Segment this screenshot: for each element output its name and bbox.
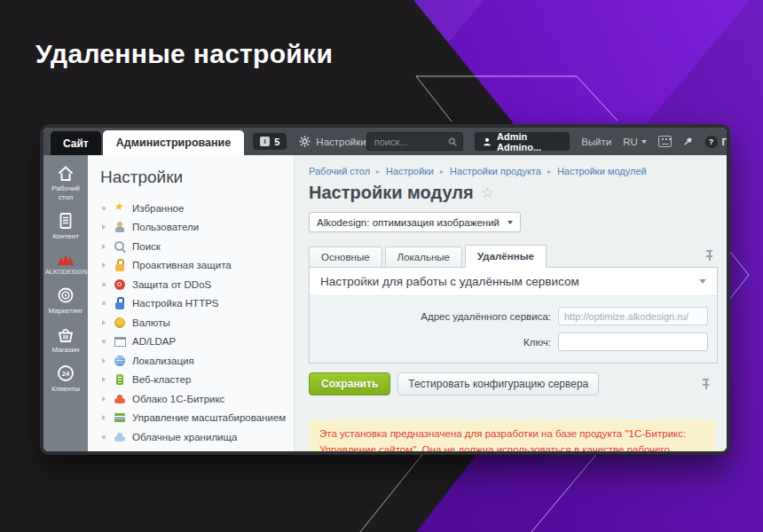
window-body: Рабочий стол Контент ALKODESIGN bbox=[43, 155, 727, 451]
bullet-icon bbox=[100, 340, 107, 343]
expand-arrow-icon[interactable] bbox=[100, 244, 107, 249]
notifications-button[interactable]: i 5 bbox=[253, 133, 287, 150]
key-label: Ключ: bbox=[319, 337, 558, 348]
panel-title: Настройки для работы с удалённым сервисо… bbox=[320, 275, 579, 288]
menu-item-users[interactable]: Пользователи bbox=[100, 218, 288, 238]
rail-item-content[interactable]: Контент bbox=[43, 212, 88, 241]
menu-item-https[interactable]: Настройка HTTPS bbox=[100, 294, 288, 314]
expand-arrow-icon[interactable] bbox=[100, 262, 107, 268]
tab-site[interactable]: Сайт bbox=[51, 131, 101, 155]
menu-item-bitrix-cloud[interactable]: Облако 1С-Битрикс bbox=[100, 389, 288, 409]
info-badge-icon: i bbox=[260, 137, 270, 146]
tab-label: Основные bbox=[321, 252, 370, 262]
language-select[interactable]: RU bbox=[623, 137, 647, 147]
module-settings-title: Настройки модуля ☆ bbox=[309, 183, 718, 203]
menu-item-proactive-protection[interactable]: Проактивная защита bbox=[100, 256, 288, 276]
remote-service-panel: Настройки для работы с удалённым сервисо… bbox=[309, 267, 718, 364]
menu-item-label: Локализация bbox=[132, 356, 194, 366]
pin-icon[interactable] bbox=[701, 378, 711, 390]
header-settings-button[interactable]: Настройки bbox=[299, 128, 366, 155]
rail-item-label: Контент bbox=[52, 232, 79, 241]
menu-item-label: Пользователи bbox=[132, 222, 199, 232]
language-label: RU bbox=[623, 137, 638, 147]
pin-icon[interactable] bbox=[683, 136, 693, 147]
search-icon[interactable] bbox=[448, 137, 457, 147]
star-icon bbox=[114, 202, 126, 215]
menu-item-label: Защита от DDoS bbox=[132, 279, 211, 290]
tab-administration[interactable]: Администрирование bbox=[103, 130, 244, 155]
module-settings-title-text: Настройки модуля bbox=[309, 183, 474, 203]
cloud-storage-icon bbox=[114, 431, 126, 443]
bullet-icon bbox=[100, 283, 107, 286]
tab-remote[interactable]: Удалённые bbox=[465, 245, 547, 268]
expand-arrow-icon[interactable] bbox=[100, 320, 107, 325]
left-icon-rail: Рабочий стол Контент ALKODESIGN bbox=[43, 155, 88, 451]
menu-item-search[interactable]: Поиск bbox=[100, 237, 288, 256]
web-cluster-icon bbox=[114, 373, 126, 386]
collapse-arrow-icon[interactable] bbox=[699, 279, 706, 284]
expand-arrow-icon[interactable] bbox=[100, 358, 107, 364]
header-settings-label: Настройки bbox=[316, 137, 366, 147]
tab-label: Удалённые bbox=[477, 251, 534, 262]
rail-item-marketing[interactable]: Маркетинг bbox=[43, 286, 88, 316]
keyboard-icon[interactable] bbox=[658, 136, 673, 147]
clients-24-icon: 24 bbox=[57, 364, 75, 382]
settings-menu-title: Настройки bbox=[100, 168, 288, 187]
expand-arrow-icon[interactable] bbox=[100, 224, 107, 230]
search-input[interactable] bbox=[373, 136, 448, 148]
rail-item-shop[interactable]: Магазин bbox=[43, 326, 88, 355]
help-label: Помощь bbox=[722, 137, 731, 147]
panel-form: Адрес удалённого сервиса: Ключ: bbox=[310, 295, 717, 363]
menu-item-scaling[interactable]: Управление масштабированием bbox=[100, 409, 288, 428]
menu-item-favorites[interactable]: Избранное bbox=[100, 199, 288, 218]
breadcrumb-separator-icon: ▸ bbox=[376, 168, 380, 176]
main-content: Рабочий стол ▸ Настройки ▸ Настройки про… bbox=[295, 155, 727, 451]
form-row: Адрес удалённого сервиса: bbox=[319, 307, 708, 325]
menu-item-cloud-storage[interactable]: Облачные хранилища bbox=[100, 427, 288, 447]
rail-item-label: Рабочий стол bbox=[45, 184, 86, 201]
pin-icon[interactable] bbox=[704, 249, 714, 262]
breadcrumb-link[interactable]: Настройки продукта bbox=[450, 166, 541, 176]
menu-item-currencies[interactable]: Валюты bbox=[100, 313, 288, 332]
svg-text:24: 24 bbox=[62, 370, 70, 378]
star-outline-icon[interactable]: ☆ bbox=[481, 184, 494, 202]
rail-item-clients[interactable]: 24 Клиенты bbox=[43, 364, 88, 394]
menu-item-adldap[interactable]: AD/LDAP bbox=[100, 332, 288, 352]
rail-item-alkodesign[interactable]: ALKODESIGN bbox=[43, 252, 88, 276]
question-icon: ? bbox=[705, 136, 718, 148]
bullet-icon bbox=[100, 435, 107, 439]
tab-local[interactable]: Локальные bbox=[385, 246, 462, 268]
menu-item-ddos[interactable]: Защита от DDoS bbox=[100, 275, 288, 294]
header-search bbox=[366, 132, 463, 151]
marketing-target-icon bbox=[57, 286, 75, 304]
menu-item-localization[interactable]: Локализация bbox=[100, 351, 288, 371]
breadcrumb-link[interactable]: Рабочий стол bbox=[309, 166, 370, 176]
logout-link[interactable]: Выйти bbox=[581, 137, 611, 147]
module-select[interactable]: Alkodesign: оптимизация изображений bbox=[309, 212, 521, 232]
expand-arrow-icon[interactable] bbox=[100, 415, 107, 420]
menu-item-label: AD/LDAP bbox=[132, 336, 176, 347]
help-button[interactable]: ? Помощь bbox=[705, 136, 731, 148]
remote-address-input[interactable] bbox=[558, 307, 708, 325]
gear-icon bbox=[299, 136, 311, 147]
breadcrumb-link[interactable]: Настройки bbox=[386, 166, 434, 176]
expand-arrow-icon[interactable] bbox=[100, 396, 107, 402]
tab-label: Локальные bbox=[397, 252, 450, 262]
breadcrumb-link[interactable]: Настройки модулей bbox=[557, 166, 647, 176]
notifications-count: 5 bbox=[274, 137, 279, 147]
form-actions: Сохранить Тестировать конфигурацию серве… bbox=[309, 372, 718, 395]
test-config-button[interactable]: Тестировать конфигурацию сервера bbox=[397, 372, 599, 395]
key-input[interactable] bbox=[558, 332, 708, 351]
user-menu-button[interactable]: Admin Admino... bbox=[475, 132, 570, 151]
breadcrumb: Рабочий стол ▸ Настройки ▸ Настройки про… bbox=[309, 166, 718, 176]
home-icon bbox=[57, 165, 75, 182]
rail-item-label: ALKODESIGN bbox=[45, 269, 86, 276]
menu-item-web-cluster[interactable]: Веб-кластер bbox=[100, 371, 288, 390]
save-button[interactable]: Сохранить bbox=[309, 372, 390, 395]
tab-main[interactable]: Основные bbox=[309, 246, 382, 268]
window-icon bbox=[114, 335, 126, 348]
user-name-label: Admin Admino... bbox=[497, 131, 562, 153]
expand-arrow-icon[interactable] bbox=[100, 377, 107, 382]
rail-item-desktop[interactable]: Рабочий стол bbox=[43, 165, 88, 201]
bullet-icon bbox=[100, 301, 107, 305]
